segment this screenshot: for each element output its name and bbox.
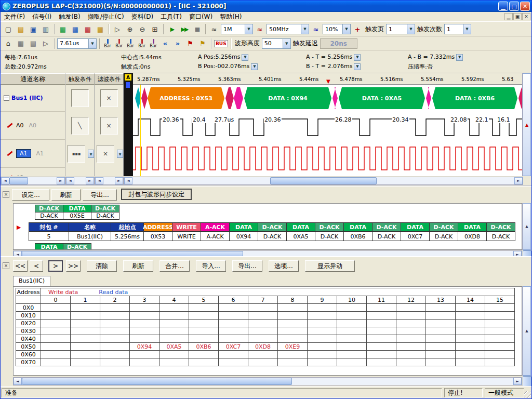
packet-vscrollbar[interactable]: ▲ ▼	[522, 203, 531, 250]
mdi-restore-button[interactable]: ▣	[513, 13, 522, 20]
bar-a-icon[interactable]: Bar	[102, 38, 113, 49]
a0-label[interactable]: A0	[16, 122, 24, 129]
channel-row-a0[interactable]: A0 A0	[1, 112, 65, 140]
bus1-label[interactable]: Bus1 (IIC)	[11, 95, 43, 101]
table-row[interactable]: 0X0	[16, 304, 515, 312]
flag-red-icon[interactable]: ⚑	[184, 38, 196, 49]
menu-item[interactable]: 触发(B)	[55, 12, 84, 22]
first-page-button[interactable]: <<	[13, 260, 28, 272]
trigger-condition-header[interactable]: 触发条件	[65, 73, 95, 85]
next-page-button[interactable]: >	[48, 260, 63, 272]
sample-rate-combo[interactable]: 50MHz▼	[267, 24, 309, 34]
mdi-close-button[interactable]: ✕	[522, 13, 530, 20]
chevron-down-icon[interactable]: ▼	[88, 150, 94, 158]
bar-move-a-icon[interactable]: Bar	[125, 38, 136, 49]
select-arrow-icon[interactable]: ▷	[40, 38, 51, 49]
waveform-area[interactable]: 5.287ms 5.325ms 5.363ms 5.401ms 5.44ms 5…	[133, 73, 523, 176]
table-row[interactable]: 0X70	[16, 358, 515, 366]
table-row[interactable]: 0X60	[16, 351, 515, 358]
packet-value-row[interactable]: 5 Bus1(IIC) 5.256ms 0X53 WRITE A-ACK 0X9…	[17, 232, 515, 241]
menu-item[interactable]: 信号(I)	[29, 12, 55, 22]
a1-filter-condition[interactable]: ×	[97, 145, 114, 163]
scroll-up-button[interactable]: ▲	[523, 286, 531, 376]
minimize-button[interactable]: ▁	[498, 2, 508, 11]
bus-segment[interactable]	[426, 87, 431, 109]
chevron-down-icon[interactable]: ▼	[283, 39, 290, 48]
chevron-down-icon[interactable]: ▼	[245, 24, 252, 34]
chevron-down-icon[interactable]: ▼	[251, 63, 258, 70]
bus-segment[interactable]	[141, 87, 148, 109]
table-row[interactable]: 0X40	[16, 335, 515, 343]
flag-yellow-icon[interactable]: ⚑	[197, 38, 208, 49]
new-file-icon[interactable]: ▢	[3, 23, 14, 35]
home-icon[interactable]: ⌂	[3, 38, 14, 49]
channel-row-bus1[interactable]: — Bus1 (IIC)	[1, 85, 65, 112]
scroll-right-button[interactable]: ►	[514, 177, 523, 184]
filter-hscrollbar[interactable]: ◄►	[95, 177, 124, 185]
close-panel-icon[interactable]: ×	[3, 262, 9, 269]
chevron-down-icon[interactable]: ▼	[88, 39, 96, 48]
tab-bus1-iic[interactable]: Bus1(IIC)	[13, 276, 50, 286]
scroll-up-button[interactable]: ▲	[523, 73, 531, 176]
chevron-down-icon[interactable]: ▼	[342, 24, 350, 34]
run-button[interactable]: ▶	[166, 23, 178, 35]
menu-item[interactable]: 窗口(W)	[185, 12, 216, 22]
merge-button[interactable]: 合并...	[159, 260, 190, 272]
zoom-in-icon[interactable]: ⊕	[124, 23, 136, 35]
pointer-icon[interactable]: ▷	[112, 23, 123, 35]
bus-segment[interactable]	[332, 87, 338, 109]
stop-button[interactable]: ■	[191, 23, 203, 35]
capture-grid-green-icon[interactable]: ▦	[57, 23, 69, 35]
channel-hscrollbar[interactable]: ◄►	[1, 177, 65, 185]
scroll-right-button[interactable]: ►	[513, 378, 522, 385]
run-continuous-button[interactable]: ▶▶	[179, 23, 190, 35]
a0-filter-condition[interactable]: ×	[100, 117, 118, 135]
chevron-down-icon[interactable]: ▼	[117, 150, 123, 158]
bus-address-segment[interactable]: ADDRESS : 0X53	[148, 87, 224, 109]
open-folder-icon[interactable]: ▤	[15, 23, 26, 35]
export-button[interactable]: 导出...	[232, 260, 262, 272]
mdi-minimize-button[interactable]: ▁	[504, 13, 513, 20]
options-button[interactable]: 选项...	[269, 260, 299, 272]
scroll-left-button[interactable]: ◄	[14, 378, 22, 385]
grid-view-icon[interactable]: ▦	[15, 38, 26, 49]
scroll-left-button[interactable]: ◄	[95, 177, 103, 184]
filter-condition-header[interactable]: 滤波条件	[95, 73, 124, 85]
scroll-right-button[interactable]: ►	[115, 177, 123, 184]
bar-b-icon[interactable]: Bar	[114, 38, 124, 49]
trigger-level-combo[interactable]: 10%▼	[323, 24, 351, 34]
scroll-up-button[interactable]: ▲	[523, 203, 531, 250]
chevron-down-icon[interactable]: ▼	[301, 24, 309, 34]
packet-export-button[interactable]: 导出...	[83, 189, 117, 201]
chevron-down-icon[interactable]: ▼	[407, 24, 415, 34]
time-div-combo[interactable]: 7.61us▼	[57, 38, 97, 49]
bus1-trigger-condition[interactable]	[71, 89, 89, 107]
address-table-vscrollbar[interactable]: ▲ ▼	[522, 286, 531, 376]
chevron-down-icon[interactable]: ▼	[354, 54, 361, 61]
packet-sync-wave-button[interactable]: 封包与波形同步设定	[121, 189, 192, 200]
close-button[interactable]: ✕	[520, 2, 530, 11]
packet-table[interactable]: D-ACK DATA D-ACK D-ACK 0X5E D-ACK ▶	[13, 203, 522, 250]
scroll-right-button[interactable]: ►	[86, 177, 94, 184]
zoom-out-icon[interactable]: ⊖	[137, 23, 148, 35]
zoom-window-icon[interactable]: ⊞	[149, 23, 161, 35]
bus-icon[interactable]: BUS	[214, 40, 228, 47]
collapse-icon[interactable]: —	[4, 95, 9, 101]
resize-grip[interactable]	[524, 391, 531, 398]
bar-add-icon[interactable]: Bar	[148, 38, 158, 49]
scroll-left-button[interactable]: ◄	[66, 177, 74, 184]
close-panel-icon[interactable]: ×	[3, 191, 9, 198]
wave-height-combo[interactable]: 50▼	[262, 38, 291, 49]
a1-trigger-condition[interactable]: ▪▪▪	[68, 145, 85, 163]
capture-grid-blue-icon[interactable]: ▦	[70, 23, 81, 35]
chevron-down-icon[interactable]: ▼	[242, 54, 248, 61]
memory-depth-combo[interactable]: 1M▼	[221, 24, 253, 34]
capture-grid-red-icon[interactable]: ▦	[82, 23, 94, 35]
save-icon[interactable]: ▣	[28, 23, 39, 35]
scroll-right-button[interactable]: ►	[57, 177, 65, 184]
waveform-hscrollbar[interactable]: ◄►	[124, 177, 523, 185]
a1-label[interactable]: A1	[16, 149, 31, 158]
list-view-icon[interactable]: ▤	[28, 38, 39, 49]
print-icon[interactable]: ▥	[40, 23, 51, 35]
a-marker-flag[interactable]: A	[125, 74, 131, 81]
